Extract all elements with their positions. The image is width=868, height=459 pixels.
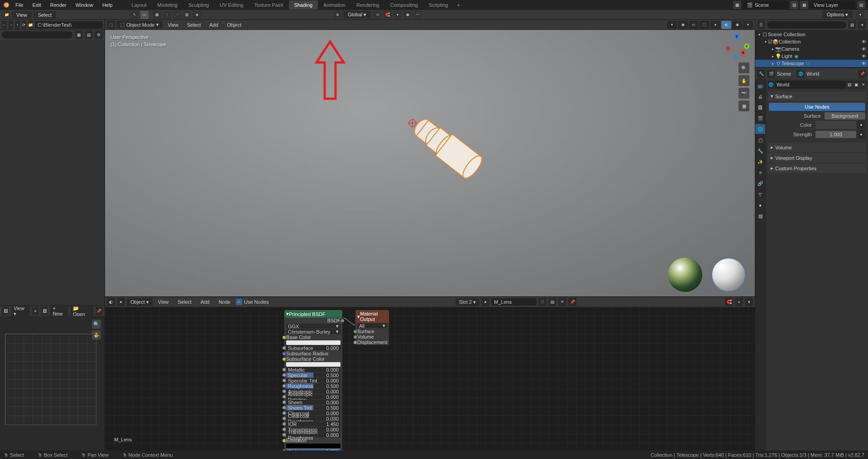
image-canvas[interactable]: 🔍 ✋ (0, 316, 105, 450)
viewport-add-menu[interactable]: Add (206, 21, 222, 29)
bsdf-alpha-field[interactable]: Alpha1.000 (286, 449, 340, 450)
volume-panel-header[interactable]: ▸ Volume (768, 143, 866, 152)
add-workspace-button[interactable]: + (454, 0, 464, 10)
viewlayer-browse-icon[interactable]: ▦ (800, 1, 808, 9)
node-canvas[interactable]: M_Lens ▾ Principled BSDF BSDF GGX▾ Chris… (105, 307, 755, 450)
nav-newfolder-icon[interactable]: 📁 (28, 21, 33, 29)
world-new-icon[interactable]: ▤ (847, 81, 853, 89)
viewlayer-new-button[interactable]: ▤ (857, 1, 865, 9)
visibility-toggle[interactable]: 👁 (862, 39, 866, 44)
outliner-search[interactable] (767, 21, 846, 29)
nav-gizmo[interactable]: Z Y X (724, 33, 749, 59)
camera-view-button[interactable]: 📷 (739, 88, 749, 99)
perspective-toggle-button[interactable]: ▦ (739, 100, 749, 111)
nav-up-icon[interactable]: ↑ (15, 21, 20, 29)
tab-compositing[interactable]: Compositing (385, 0, 423, 10)
snap-grid-icon[interactable]: ▦ (153, 11, 161, 19)
bsdf-input-socket[interactable] (283, 411, 286, 415)
volume-input-socket[interactable] (354, 335, 357, 339)
object-tab[interactable]: ▢ (755, 135, 765, 145)
outliner-filter-icon[interactable]: ▤ (848, 21, 856, 29)
gizmo-x-axis[interactable]: X (740, 50, 746, 55)
bsdf-input-socket[interactable] (283, 390, 286, 393)
bsdf-input-socket[interactable] (283, 406, 286, 409)
slot-dropdown[interactable]: Slot 2 ▾ (456, 298, 480, 306)
material-new-icon[interactable]: ▤ (548, 298, 556, 306)
material-output-node[interactable]: ▾ Material Output All▾ Surface Volume Di… (355, 310, 389, 345)
world-copy-icon[interactable]: ▣ (854, 81, 859, 89)
editor-type-dropdown[interactable]: ▾ (856, 11, 864, 19)
bsdf-sheen-tint-field[interactable]: Sheen Tint0.500 (286, 405, 340, 410)
output-tab[interactable]: 🖨 (755, 91, 765, 101)
outliner[interactable]: ▾☐Scene Collection ▾☑ 📦Collection👁 ▸📷Cam… (755, 30, 868, 68)
menu-render[interactable]: Render (46, 0, 71, 10)
material-users-icon[interactable]: □ (538, 298, 547, 306)
material-pin-icon[interactable]: 📌 (568, 298, 576, 306)
display-type-icon[interactable]: ▦ (75, 31, 83, 39)
tab-texture-paint[interactable]: Texture Paint (249, 0, 288, 10)
select-tool-icon[interactable]: ▭ (140, 11, 149, 19)
bsdf-metallic-field[interactable]: Metallic0.000 (286, 367, 340, 372)
viewport-display-panel-header[interactable]: ▸ Viewport Display (768, 153, 866, 163)
bsdf-anisotropic-rotation-field[interactable]: Anisotropic Rotation0.000 (286, 394, 340, 399)
visibility-toggle[interactable]: 👁 (862, 54, 866, 59)
outliner-light[interactable]: ▸💡Light◉👁 (755, 53, 868, 60)
properties-pin-icon[interactable]: 📌 (858, 70, 866, 78)
strength-driver-icon[interactable]: ● (857, 130, 865, 139)
path-input[interactable] (35, 21, 103, 29)
scene-new-button[interactable]: ▤ (790, 1, 798, 9)
node-add-menu[interactable]: Add (197, 298, 213, 306)
tab-scripting[interactable]: Scripting (423, 0, 454, 10)
image-pin-icon[interactable]: 📌 (96, 307, 103, 315)
world-unlink-icon[interactable]: ✕ (860, 81, 866, 89)
mesh-tab[interactable]: ▽ (755, 189, 765, 199)
snap-volume-icon[interactable]: ◈ (193, 11, 201, 19)
bsdf-input-socket[interactable] (283, 422, 286, 426)
tab-modeling[interactable]: Modeling (152, 0, 183, 10)
proportional-dropdown-icon[interactable]: 〰 (413, 11, 422, 19)
orientation-dropdown[interactable]: Global ▾ (343, 11, 371, 19)
surface-input-socket[interactable] (354, 330, 357, 333)
use-nodes-checkbox[interactable]: ✓ (236, 299, 242, 305)
scene-browse-icon[interactable]: ▦ (733, 1, 741, 9)
bsdf-clearcoat-roughness-field[interactable]: Clearcoat Roughness0.030 (286, 416, 340, 421)
bsdf-sheen-field[interactable]: Sheen0.000 (286, 400, 340, 405)
viewport-options-dropdown[interactable]: Options ▾ (822, 11, 853, 19)
outliner-editor-icon[interactable]: ☰ (757, 21, 765, 29)
bsdf-roughness-field[interactable]: Roughness0.500 (286, 383, 340, 388)
material-shading-icon[interactable]: ◐ (721, 21, 731, 29)
viewport-view-menu[interactable]: View (164, 21, 182, 29)
material-browse-icon[interactable]: ● (481, 298, 489, 306)
scene-data-icon[interactable]: 🎬 (767, 70, 775, 78)
modifiers-tab[interactable]: 🔧 (755, 146, 765, 156)
filebrowser-editor-icon[interactable]: 📁 (3, 11, 11, 19)
menu-file[interactable]: File (11, 0, 28, 10)
show-overlays-icon[interactable]: ◉ (678, 21, 688, 29)
outliner-scene-collection[interactable]: ▾☐Scene Collection (755, 31, 868, 38)
world-name-input[interactable] (775, 81, 846, 89)
shader-editor-type-icon[interactable]: ◐ (107, 298, 115, 306)
render-tab[interactable]: 📺 (755, 81, 765, 91)
image-new-button[interactable]: + New (50, 305, 68, 317)
bsdf-input-socket[interactable] (283, 379, 286, 382)
menu-edit[interactable]: Edit (28, 0, 46, 10)
image-editor-type-icon[interactable]: 🖼 (2, 307, 9, 315)
bsdf-input-socket[interactable] (283, 428, 286, 431)
node-snap-icon[interactable]: 🧲 (725, 298, 733, 306)
bsdf-input-socket[interactable] (283, 384, 286, 387)
view-layer-field[interactable]: View Layer (810, 1, 855, 9)
image-menu-icon[interactable]: ≡ (32, 307, 39, 315)
3d-viewport[interactable]: User Perspective (1) Collection | Telesc… (105, 30, 755, 296)
visibility-toggle[interactable]: 👁 (862, 61, 866, 66)
properties-editor-icon[interactable]: 🔧 (757, 70, 765, 78)
bsdf-input-socket[interactable] (283, 373, 286, 377)
outliner-collection[interactable]: ▾☑ 📦Collection👁 (755, 38, 868, 45)
wireframe-shading-icon[interactable]: ⬚ (700, 21, 710, 29)
solid-shading-icon[interactable]: ● (710, 21, 720, 29)
constraints-tab[interactable]: 🔗 (755, 178, 765, 188)
bsdf-specular-tint-field[interactable]: Specular Tint0.000 (286, 378, 340, 383)
shader-mode-dropdown[interactable]: Object ▾ (127, 298, 153, 306)
image-browse-icon[interactable]: 🖼 (41, 307, 48, 315)
gizmo-y-axis[interactable]: Y (744, 43, 749, 49)
world-color-field[interactable] (815, 121, 856, 129)
